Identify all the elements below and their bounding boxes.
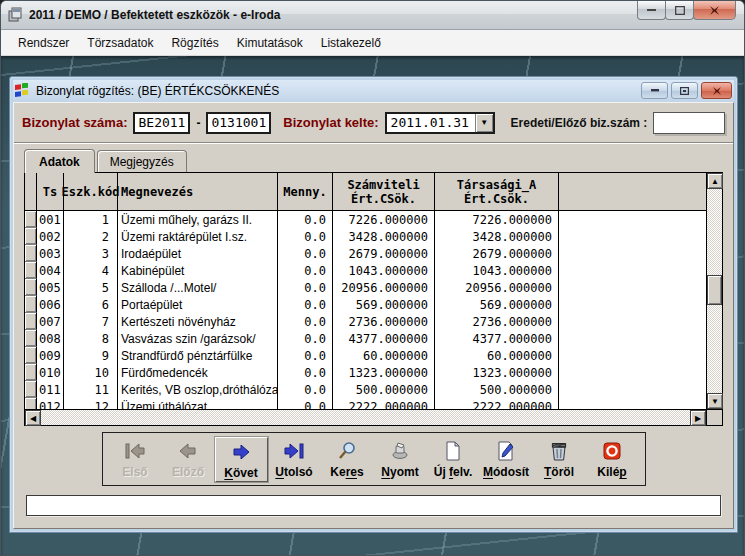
menu-torzsadatok[interactable]: Törzsadatok — [78, 32, 162, 54]
row-selector[interactable] — [25, 245, 37, 262]
print-icon — [390, 439, 410, 463]
menu-rendszer[interactable]: Rendszer — [9, 32, 78, 54]
first-record-icon — [123, 439, 147, 463]
doc-number-field[interactable]: 0131001 — [206, 112, 271, 134]
menu-kimutatasok[interactable]: Kimutatások — [228, 32, 312, 54]
row-selector[interactable] — [25, 381, 37, 398]
scroll-right-icon[interactable]: ▶ — [690, 410, 706, 426]
col-header-megnevezes: Megnevezés — [118, 173, 278, 210]
row-selector[interactable] — [25, 279, 37, 296]
data-grid: Ts Eszk.kód Megnevezés Menny. Számviteli… — [24, 172, 723, 426]
chevron-down-icon[interactable]: ▼ — [475, 114, 493, 132]
last-record-icon — [282, 439, 306, 463]
dialog-title: Bizonylat rögzítés: (BE) ÉRTÉKCSÖKKENÉS — [36, 84, 279, 98]
doc-date-label: Bizonylat kelte: — [283, 115, 378, 130]
doc-number-label: Bizonylat száma: — [22, 115, 127, 130]
row-selector[interactable] — [25, 211, 37, 228]
col-header-empty — [559, 173, 706, 210]
row-selector[interactable] — [25, 262, 37, 279]
table-row[interactable]: 012 12 Üzemi úthálózat 0.0 2222.000000 2… — [25, 398, 706, 409]
exit-icon — [603, 439, 621, 463]
table-row[interactable]: 003 3 Irodaépület 0.0 2679.000000 2679.0… — [25, 245, 706, 262]
scroll-up-icon[interactable]: ▲ — [707, 173, 723, 189]
table-row[interactable]: 001 1 Üzemi műhely, garázs II. 0.0 7226.… — [25, 211, 706, 228]
search-button[interactable]: Keres — [321, 437, 374, 482]
col-header-menny: Menny. — [278, 173, 333, 210]
mdi-desktop: Bizonylat rögzítés: (BE) ÉRTÉKCSÖKKENÉS … — [1, 56, 744, 555]
row-selector[interactable] — [25, 313, 37, 330]
record-entry-dialog: Bizonylat rögzítés: (BE) ÉRTÉKCSÖKKENÉS … — [9, 76, 738, 533]
dialog-close-button[interactable] — [701, 82, 732, 99]
menu-rogzites[interactable]: Rögzítés — [162, 32, 227, 54]
first-button: Első — [109, 437, 162, 482]
table-row[interactable]: 005 5 Szálloda /...Motel/ 0.0 20956.0000… — [25, 279, 706, 296]
grid-header-selector — [25, 173, 37, 210]
col-header-szamviteli: SzámviteliÉrt.CSök. — [333, 173, 435, 210]
new-record-icon — [445, 439, 461, 463]
table-row[interactable]: 009 9 Strandfürdő pénztárfülke 0.0 60.00… — [25, 347, 706, 364]
table-row[interactable]: 010 10 Fürdőmedencék 0.0 1323.000000 132… — [25, 364, 706, 381]
menu-listakezelo[interactable]: Listakezelő — [312, 32, 390, 54]
document-form-bar: Bizonylat száma: BE2011 - 0131001 Bizony… — [14, 103, 733, 143]
col-header-tarsasagi: Társasági_AÉrt.Csök. — [435, 173, 559, 210]
dialog-maximize-button[interactable] — [671, 82, 698, 99]
previous-record-icon — [178, 439, 198, 463]
table-row[interactable]: 004 4 Kabinépület 0.0 1043.000000 1043.0… — [25, 262, 706, 279]
scroll-left-icon[interactable]: ◀ — [25, 410, 41, 426]
close-button[interactable] — [693, 1, 736, 20]
grid-body: 001 1 Üzemi műhely, garázs II. 0.0 7226.… — [25, 211, 706, 409]
row-selector[interactable] — [25, 398, 37, 409]
vertical-scrollbar[interactable]: ▲ ▼ — [706, 173, 722, 409]
row-selector[interactable] — [25, 330, 37, 347]
doc-number-separator: - — [196, 116, 200, 130]
minimize-button[interactable] — [637, 1, 666, 20]
new-record-button[interactable]: Új felv. — [427, 437, 480, 482]
horizontal-scrollbar[interactable]: ◀ ▶ — [25, 409, 706, 425]
delete-icon — [550, 439, 568, 463]
table-row[interactable]: 008 8 Vasvázas szin /garázsok/ 0.0 4377.… — [25, 330, 706, 347]
grid-header-row: Ts Eszk.kód Megnevezés Menny. Számviteli… — [25, 173, 706, 211]
table-row[interactable]: 006 6 Portaépület 0.0 569.000000 569.000… — [25, 296, 706, 313]
doc-date-combo[interactable]: 2011.01.31 ▼ — [385, 112, 495, 134]
window-title: 2011 / DEMO / Befektetett eszközök - e-I… — [29, 8, 280, 22]
table-row[interactable]: 011 11 Kerités, VB oszlop,dróthálózat 0.… — [25, 381, 706, 398]
dialog-body: Bizonylat száma: BE2011 - 0131001 Bizony… — [13, 102, 734, 529]
doc-number-prefix-field[interactable]: BE2011 — [133, 112, 190, 134]
scroll-down-icon[interactable]: ▼ — [707, 393, 723, 409]
col-header-ts: Ts — [37, 173, 64, 210]
edit-icon — [497, 439, 515, 463]
dialog-minimize-button[interactable] — [641, 82, 668, 99]
maximize-button[interactable] — [665, 1, 694, 20]
search-icon — [337, 439, 357, 463]
table-row[interactable]: 007 7 Kertészeti növényház 0.0 2736.0000… — [25, 313, 706, 330]
delete-button[interactable]: Töröl — [533, 437, 586, 482]
scrollbar-corner — [706, 409, 722, 425]
row-selector[interactable] — [25, 364, 37, 381]
table-row[interactable]: 002 2 Üzemi raktárépület I.sz. 0.0 3428.… — [25, 228, 706, 245]
toolbar-strip: Első Előző Követ — [14, 428, 733, 490]
application-icon — [8, 7, 24, 23]
print-button[interactable]: Nyomt — [374, 437, 427, 482]
tab-strip: Adatok Megjegyzés — [14, 146, 733, 172]
tab-adatok[interactable]: Adatok — [24, 149, 95, 173]
status-input[interactable] — [26, 495, 721, 516]
original-doc-field[interactable] — [653, 112, 725, 134]
exit-button[interactable]: Kilép — [586, 437, 639, 482]
dialog-titlebar: Bizonylat rögzítés: (BE) ÉRTÉKCSÖKKENÉS — [13, 80, 734, 102]
next-button[interactable]: Követ — [215, 437, 268, 482]
row-selector[interactable] — [25, 228, 37, 245]
menu-bar: Rendszer Törzsadatok Rögzítés Kimutatáso… — [1, 30, 744, 56]
row-selector[interactable] — [25, 347, 37, 364]
vertical-scroll-thumb[interactable] — [707, 275, 722, 305]
row-selector[interactable] — [25, 296, 37, 313]
dialog-icon — [15, 83, 31, 99]
previous-button: Előző — [162, 437, 215, 482]
record-toolbar: Első Előző Követ — [102, 432, 646, 486]
tab-megjegyzes[interactable]: Megjegyzés — [97, 150, 187, 172]
col-header-eszkkod: Eszk.kód — [64, 173, 118, 210]
last-button[interactable]: Utolsó — [268, 437, 321, 482]
application-window: 2011 / DEMO / Befektetett eszközök - e-I… — [0, 0, 745, 556]
modify-button[interactable]: Módosít — [480, 437, 533, 482]
window-titlebar: 2011 / DEMO / Befektetett eszközök - e-I… — [1, 1, 744, 30]
next-record-icon — [231, 440, 251, 464]
